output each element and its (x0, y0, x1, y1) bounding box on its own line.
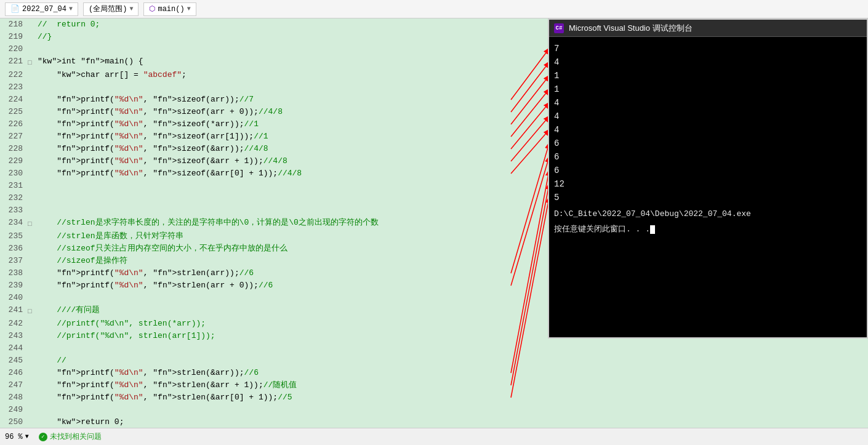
line-marker (28, 204, 38, 206)
line-number: 228 (0, 143, 28, 155)
console-output-line: 6 (554, 164, 862, 177)
code-line: 246 "fn">printf("%d\n", "fn">strlen(&arr… (0, 367, 868, 379)
line-number: 245 (0, 355, 28, 367)
console-output-line: 5 (554, 191, 862, 204)
line-number: 249 (0, 404, 28, 416)
line-marker: □ (28, 217, 38, 230)
line-number: 239 (0, 279, 28, 292)
console-output-line: 4 (554, 123, 862, 137)
console-title: Microsoft Visual Studio 调试控制台 (569, 23, 693, 34)
line-number: 219 (0, 31, 28, 43)
line-number: 218 (0, 18, 28, 31)
line-content: "fn">printf("%d\n", "fn">strlen(&arr[0] … (38, 391, 868, 404)
line-number: 227 (0, 130, 28, 143)
line-marker (28, 416, 38, 417)
line-marker (28, 292, 38, 293)
zoom-arrow: ▼ (25, 433, 29, 440)
console-body: 7411444666125D:\C_Bite\2022_07_04\Debug\… (549, 37, 867, 239)
line-marker (28, 379, 38, 380)
line-marker (28, 31, 38, 32)
line-marker (28, 43, 38, 44)
line-marker (28, 243, 38, 244)
code-line: 250 "kw">return 0; (0, 416, 868, 428)
line-number: 240 (0, 292, 28, 304)
console-output-line: 4 (554, 55, 862, 69)
line-marker (28, 267, 38, 268)
console-output-line: 7 (554, 42, 862, 55)
line-number: 230 (0, 167, 28, 180)
console-output-line: 6 (554, 150, 862, 164)
line-marker (28, 330, 38, 331)
main-area: 218// return 0;219//}220221□"kw">int "fn… (0, 18, 868, 428)
scope-dropdown-arrow: ▼ (129, 6, 133, 12)
top-bar: 📄 2022_07_04 ▼ (全局范围) ▼ ⬡ main() ▼ (0, 0, 868, 18)
line-number: 248 (0, 391, 28, 404)
line-marker (28, 69, 38, 70)
line-number: 242 (0, 318, 28, 330)
file-name: 2022_07_04 (22, 5, 66, 14)
console-output-line: 1 (554, 69, 862, 82)
line-number: 250 (0, 416, 28, 428)
line-marker (28, 279, 38, 281)
issue-text: 未找到相关问题 (50, 431, 102, 442)
function-icon: ⬡ (149, 4, 155, 14)
line-number: 241 (0, 304, 28, 316)
console-title-bar: C# Microsoft Visual Studio 调试控制台 (549, 20, 867, 37)
line-number: 247 (0, 379, 28, 391)
line-number: 233 (0, 204, 28, 217)
status-bar: 96 % ▼ ✓ 未找到相关问题 (0, 428, 868, 445)
line-content: "fn">printf("%d\n", "fn">strlen(&arr));/… (38, 367, 868, 379)
function-selector[interactable]: ⬡ main() ▼ (143, 2, 196, 16)
console-app-icon: C# (554, 23, 564, 33)
line-marker (28, 167, 38, 169)
line-content: "fn">printf("%d\n", "fn">strlen(&arr + 1… (38, 379, 868, 391)
code-line: 248 "fn">printf("%d\n", "fn">strlen(&arr… (0, 391, 868, 404)
console-output-line: 4 (554, 110, 862, 123)
console-output-line: 12 (554, 177, 862, 191)
line-number: 246 (0, 367, 28, 379)
issue-status: ✓ 未找到相关问题 (39, 431, 102, 442)
code-line: 249 (0, 404, 868, 416)
line-number: 229 (0, 155, 28, 167)
line-marker (28, 255, 38, 256)
cursor (650, 225, 655, 234)
line-number: 225 (0, 106, 28, 118)
line-number: 243 (0, 330, 28, 342)
function-text: main() (158, 5, 184, 14)
line-number: 231 (0, 180, 28, 192)
scope-text: (全局范围) (89, 4, 127, 14)
line-marker (28, 18, 38, 20)
console-panel: C# Microsoft Visual Studio 调试控制台 7411444… (548, 18, 868, 339)
zoom-control[interactable]: 96 % ▼ (5, 433, 29, 441)
line-number: 222 (0, 69, 28, 81)
line-marker (28, 155, 38, 156)
file-icon: 📄 (10, 4, 20, 14)
console-close-msg: 按任意键关闭此窗口. . . (554, 223, 862, 235)
line-marker (28, 404, 38, 405)
scope-selector[interactable]: (全局范围) ▼ (83, 2, 139, 16)
line-marker (28, 391, 38, 393)
line-marker (28, 106, 38, 107)
line-number: 244 (0, 342, 28, 355)
line-content: // (38, 355, 868, 367)
line-marker: □ (28, 55, 38, 69)
line-content: "kw">return 0; (38, 416, 868, 428)
line-number: 238 (0, 267, 28, 279)
line-number: 220 (0, 43, 28, 55)
file-dropdown-arrow: ▼ (69, 6, 73, 12)
code-line: 244 (0, 342, 868, 355)
file-selector[interactable]: 📄 2022_07_04 ▼ (5, 2, 78, 16)
line-marker (28, 192, 38, 193)
code-line: 247 "fn">printf("%d\n", "fn">strlen(&arr… (0, 379, 868, 391)
console-output-line: 4 (554, 96, 862, 110)
line-marker (28, 118, 38, 119)
line-marker (28, 367, 38, 368)
console-output-line: 1 (554, 82, 862, 96)
line-number: 235 (0, 230, 28, 243)
line-marker: □ (28, 304, 38, 318)
line-marker (28, 130, 38, 132)
line-marker (28, 318, 38, 319)
line-number: 226 (0, 118, 28, 130)
line-marker (28, 355, 38, 356)
function-dropdown-arrow: ▼ (187, 6, 191, 12)
